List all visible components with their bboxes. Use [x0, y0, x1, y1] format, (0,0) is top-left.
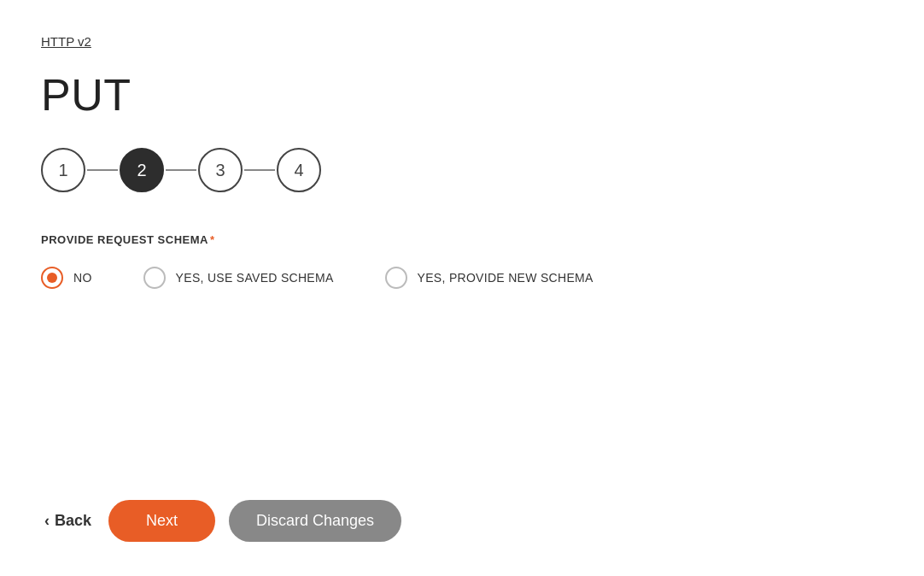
step-connector-3-4 [244, 169, 275, 171]
page-container: HTTP v2 PUT 1 2 3 4 PROVIDE REQUEST SCHE… [0, 0, 924, 576]
radio-label-yes-new: YES, PROVIDE NEW SCHEMA [418, 271, 594, 285]
step-connector-1-2 [87, 169, 118, 171]
step-2[interactable]: 2 [120, 148, 164, 192]
step-connector-2-3 [166, 169, 196, 171]
footer: ‹ Back Next Discard Changes [41, 500, 883, 542]
section-label: PROVIDE REQUEST SCHEMA* [41, 233, 883, 246]
radio-button-yes-saved[interactable] [143, 267, 166, 289]
step-1[interactable]: 1 [41, 148, 85, 192]
radio-option-no[interactable]: NO [41, 267, 92, 289]
page-title: PUT [41, 69, 883, 120]
required-star: * [210, 233, 215, 246]
breadcrumb[interactable]: HTTP v2 [41, 34, 883, 49]
radio-option-yes-saved[interactable]: YES, USE SAVED SCHEMA [143, 267, 334, 289]
step-3[interactable]: 3 [198, 148, 243, 192]
discard-changes-button[interactable]: Discard Changes [229, 500, 401, 542]
step-4[interactable]: 4 [277, 148, 321, 192]
next-button[interactable]: Next [108, 500, 215, 542]
back-chevron-icon: ‹ [44, 512, 50, 530]
radio-inner-no [47, 273, 57, 283]
radio-option-yes-new[interactable]: YES, PROVIDE NEW SCHEMA [385, 267, 594, 289]
radio-label-yes-saved: YES, USE SAVED SCHEMA [176, 271, 334, 285]
radio-group: NO YES, USE SAVED SCHEMA YES, PROVIDE NE… [41, 267, 883, 289]
radio-button-yes-new[interactable] [385, 267, 407, 289]
radio-button-no[interactable] [41, 267, 63, 289]
back-button[interactable]: ‹ Back [41, 505, 95, 537]
step-indicator: 1 2 3 4 [41, 148, 883, 192]
radio-label-no: NO [73, 271, 92, 285]
